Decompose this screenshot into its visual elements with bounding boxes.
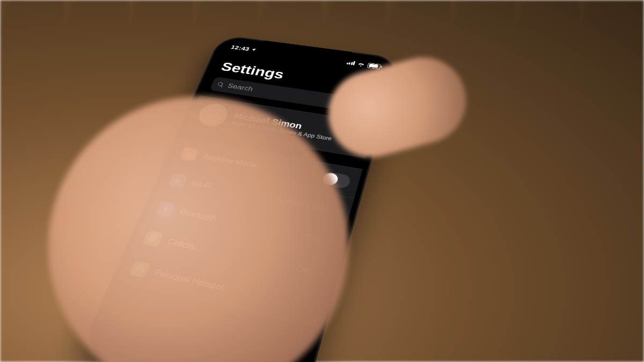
- wifi-status-icon: [356, 61, 366, 67]
- search-icon: [216, 81, 225, 88]
- cellular-signal-icon: [346, 60, 355, 65]
- location-icon: [251, 47, 257, 51]
- search-placeholder: Search: [226, 82, 254, 93]
